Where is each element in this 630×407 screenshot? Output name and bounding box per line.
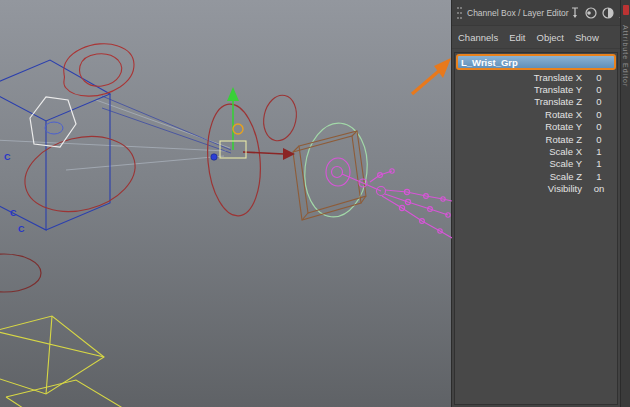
channel-value[interactable]: 0 — [582, 109, 616, 120]
cluster-labels[interactable]: C C C — [4, 152, 25, 234]
pivot-point[interactable] — [211, 154, 217, 160]
grip-dots-icon[interactable] — [456, 5, 463, 21]
channel-value[interactable]: 1 — [582, 146, 616, 157]
channel-value[interactable]: 1 — [582, 171, 616, 182]
menu-object[interactable]: Object — [537, 32, 564, 43]
side-tab-attribute-editor[interactable]: Attribute Editor — [622, 25, 629, 87]
x-axis-handle[interactable] — [243, 152, 284, 154]
viewport-panel[interactable]: C C C — [0, 0, 452, 407]
skeleton-hand[interactable] — [326, 158, 452, 238]
maya-window: C C C — [0, 0, 630, 407]
move-manipulator[interactable] — [211, 87, 295, 160]
viewport-canvas[interactable]: C C C — [0, 0, 452, 407]
channel-value[interactable]: 1 — [582, 158, 616, 169]
object-name-field[interactable]: L_Wrist_Grp — [456, 54, 616, 70]
pin-icon[interactable] — [569, 6, 581, 20]
red-ellipse-control[interactable] — [17, 126, 143, 223]
cluster-label[interactable]: C — [10, 208, 17, 218]
channel-row: Scale Y 1 — [456, 158, 616, 170]
channel-row: Rotate X 0 — [456, 108, 616, 120]
channel-label[interactable]: Scale Y — [456, 158, 582, 169]
channel-box-menubar: Channels Edit Object Show — [452, 26, 620, 49]
channel-value[interactable]: 0 — [582, 84, 616, 95]
y-axis-arrowhead[interactable] — [227, 87, 239, 101]
red-tab-icon[interactable] — [623, 5, 629, 15]
channel-label[interactable]: Rotate Z — [456, 134, 582, 145]
channel-row: Scale Z 1 — [456, 170, 616, 182]
cluster-label[interactable]: C — [18, 224, 25, 234]
small-circle-control[interactable] — [260, 92, 301, 144]
yellow-wireframe[interactable] — [0, 316, 126, 407]
maroon-ellipse-control[interactable] — [0, 254, 41, 292]
channel-label[interactable]: Translate X — [456, 72, 582, 83]
channel-row: Scale X 1 — [456, 145, 616, 157]
half-circle-icon[interactable] — [601, 6, 615, 20]
channel-label[interactable]: Translate Z — [456, 96, 582, 107]
channel-value[interactable]: 0 — [582, 96, 616, 107]
annotation-arrow — [412, 58, 451, 94]
channel-value[interactable]: 0 — [582, 72, 616, 83]
menu-edit[interactable]: Edit — [509, 32, 525, 43]
panel-title: Channel Box / Layer Editor — [467, 8, 569, 18]
channel-label[interactable]: Scale Z — [456, 171, 582, 182]
channel-label[interactable]: Translate Y — [456, 84, 582, 95]
channel-box-panel: Channel Box / Layer Editor — [452, 0, 620, 407]
x-axis-arrowhead[interactable] — [283, 148, 295, 160]
channel-label[interactable]: Rotate Y — [456, 121, 582, 132]
channel-value[interactable]: on — [582, 183, 616, 194]
channel-row: Translate Z 0 — [456, 96, 616, 108]
cluster-label[interactable]: C — [4, 152, 11, 162]
channel-row: Rotate Y 0 — [456, 121, 616, 133]
brown-box-control[interactable] — [293, 131, 366, 220]
channel-list-empty-area[interactable] — [456, 195, 616, 403]
side-tab-strip: Attribute Editor — [620, 0, 630, 407]
channel-label[interactable]: Scale X — [456, 146, 582, 157]
axis-circle-handle[interactable] — [233, 124, 243, 134]
channel-value[interactable]: 0 — [582, 121, 616, 132]
channel-row: Rotate Z 0 — [456, 133, 616, 145]
channel-row: Translate Y 0 — [456, 83, 616, 95]
channel-value[interactable]: 0 — [582, 134, 616, 145]
menu-channels[interactable]: Channels — [458, 32, 498, 43]
quarter-circle-icon[interactable] — [584, 6, 598, 20]
channel-label[interactable]: Visibility — [456, 183, 582, 194]
channel-row: Visibility on — [456, 183, 616, 195]
channel-label[interactable]: Rotate X — [456, 109, 582, 120]
channel-row: Translate X 0 — [456, 71, 616, 83]
menu-show[interactable]: Show — [575, 32, 599, 43]
channel-list: L_Wrist_Grp Translate X 0 Translate Y 0 … — [454, 52, 618, 405]
panel-header: Channel Box / Layer Editor — [452, 0, 620, 26]
